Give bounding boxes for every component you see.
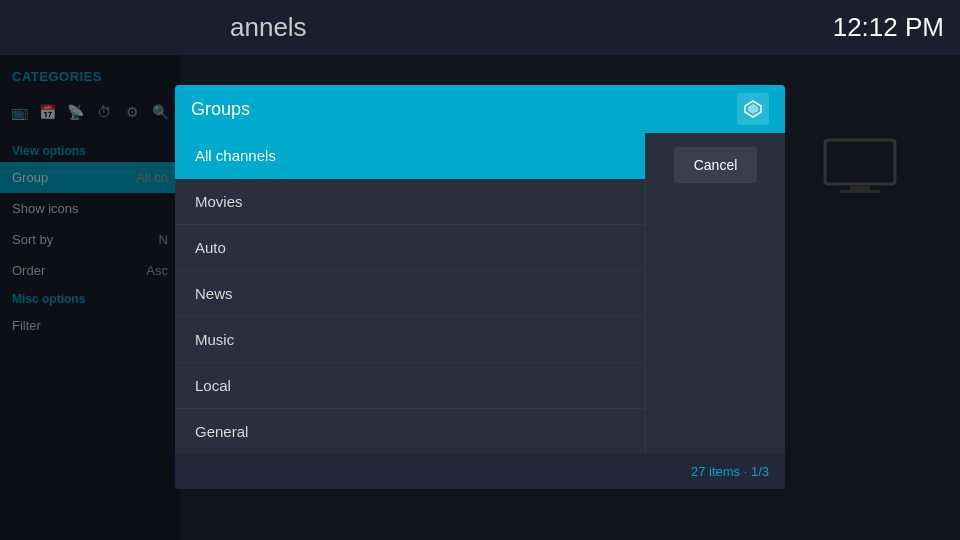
groups-list[interactable]: All channelsMoviesAutoNewsMusicLocalGene… [175,133,645,453]
list-item[interactable]: All channels [175,133,645,179]
list-item[interactable]: Movies [175,179,645,225]
dialog-right-panel: Cancel [645,133,785,453]
list-item[interactable]: General [175,409,645,453]
dialog-body: All channelsMoviesAutoNewsMusicLocalGene… [175,133,785,453]
groups-dialog: Groups All channelsMoviesAutoNewsMusicLo… [175,85,785,489]
dialog-title: Groups [191,99,250,120]
svg-marker-4 [748,104,758,114]
page-title: annels [230,12,307,43]
dialog-footer: 27 items · 1/3 [175,453,785,489]
list-item[interactable]: Local [175,363,645,409]
list-item[interactable]: News [175,271,645,317]
top-bar: annels 12:12 PM [0,0,960,55]
clock: 12:12 PM [833,12,944,43]
dialog-header: Groups [175,85,785,133]
list-item[interactable]: Auto [175,225,645,271]
list-item[interactable]: Music [175,317,645,363]
kodi-icon-button[interactable] [737,93,769,125]
footer-count: 27 items · 1/3 [691,464,769,479]
cancel-button[interactable]: Cancel [674,147,758,183]
